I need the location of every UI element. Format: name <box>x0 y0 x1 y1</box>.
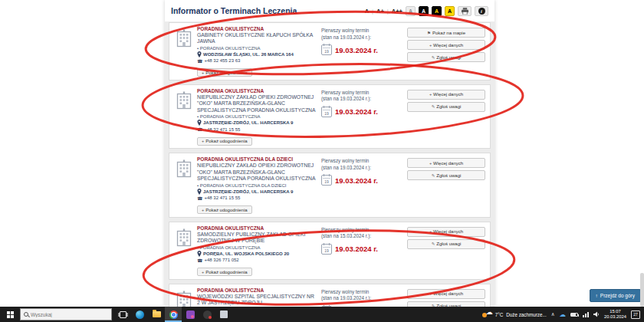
clinic-card: PORADNIA OKULISTYCZNA DLA DZIECI NIEPUBL… <box>169 153 491 217</box>
plus-icon: + <box>202 139 204 143</box>
termin-label: Pierwszy wolny termin <box>321 158 407 165</box>
show-facilities-button[interactable]: + Pokaż udogodnienia <box>197 68 252 77</box>
report-issues-button[interactable]: ✎Zgłoś uwagi <box>407 102 485 112</box>
address-row: WODZISŁAW ŚLĄSKI, UL. 26 MARCA 164 <box>197 51 318 58</box>
specialty-label: PORADNIA OKULISTYCZNA <box>197 225 318 231</box>
map-pin-icon <box>197 51 202 58</box>
contrast-black-white-button[interactable]: A <box>419 6 429 16</box>
show-facilities-button[interactable]: + Pokaż udogodnienia <box>197 205 252 214</box>
card-actions: +Więcej danych✎Zgłoś uwagi <box>407 225 485 277</box>
start-button[interactable] <box>0 307 20 322</box>
more-data-button[interactable]: +Więcej danych <box>407 158 485 168</box>
task-view-icon <box>120 311 127 318</box>
clock-date: 20.03.2024 <box>604 314 626 320</box>
battery-icon[interactable] <box>570 313 578 317</box>
contrast-black-yellow-button[interactable]: A <box>432 6 442 16</box>
action-label: Zgłoś uwagi <box>436 104 461 109</box>
chrome-icon <box>169 310 178 319</box>
show-facilities-button[interactable]: + Pokaż udogodnienia <box>197 137 252 146</box>
phone-text: +48 326 771 052 <box>204 258 238 262</box>
action-label: Pokaż na mapie <box>432 31 465 35</box>
edge-taskbar-button[interactable] <box>131 307 148 322</box>
arrow-up-icon: ↑ <box>596 293 598 298</box>
specialty-label: PORADNIA OKULISTYCZNA DLA DZIECI <box>197 156 318 162</box>
explorer-taskbar-button[interactable] <box>148 307 165 322</box>
facilities-label: Pokaż udogodnienia <box>205 139 247 143</box>
facilities-label: Pokaż udogodnienia <box>205 71 247 75</box>
gray-app-icon <box>220 310 228 318</box>
calendar-icon: 19 <box>321 44 332 55</box>
back-to-top-label: Przejdź do góry <box>600 293 635 298</box>
hospital-icon <box>174 26 197 77</box>
app-taskbar-button-2[interactable] <box>199 307 215 322</box>
font-size-normal-button[interactable]: A <box>365 8 369 15</box>
more-data-button[interactable]: +Więcej danych <box>407 40 485 50</box>
specialty-label: PORADNIA OKULISTYCZNA <box>197 288 318 293</box>
dark-app-icon <box>203 310 212 319</box>
printer-icon <box>461 8 469 15</box>
plus-icon: + <box>429 291 432 296</box>
plus-icon: + <box>202 71 204 75</box>
hospital-icon <box>174 156 197 214</box>
show-on-map-button[interactable]: ⚑Pokaż na mapie <box>407 28 485 38</box>
map-pin-icon <box>197 189 202 195</box>
more-data-button[interactable]: +Więcej danych <box>407 90 485 100</box>
available-date: 19.03.2024 r. <box>335 46 378 54</box>
action-center-button[interactable]: 27 <box>631 310 640 319</box>
facility-name: NIEPUBLICZNY ZAKŁAD OPIEKI ZDROWOTNEJ "O… <box>197 94 318 113</box>
font-size-larger-button[interactable]: A+ <box>372 8 384 15</box>
task-view-button[interactable] <box>114 307 131 322</box>
plus-icon: + <box>429 161 432 166</box>
report-issues-button[interactable]: ✎Zgłoś uwagi <box>407 239 485 249</box>
taskbar-weather-button[interactable]: 7°C Duże zachmurze... <box>482 310 547 318</box>
onedrive-icon[interactable]: ☁ <box>559 310 566 318</box>
report-issues-button[interactable]: ✎Zgłoś uwagi <box>407 52 485 62</box>
note-icon: ✎ <box>432 104 435 109</box>
info-icon: i <box>478 8 485 15</box>
back-to-top-button[interactable]: ↑ Przejdź do góry <box>590 289 641 302</box>
phone-text: +48 32 455 23 63 <box>204 58 240 63</box>
note-icon: ✎ <box>432 55 435 60</box>
report-issues-button[interactable]: ✎Zgłoś uwagi <box>407 301 485 307</box>
action-label: Więcej danych <box>433 161 463 166</box>
facility-name: GABINETY OKULISTYCZNE KŁAPUCH SPÓŁKA JAW… <box>197 32 318 45</box>
action-label: Więcej danych <box>433 43 463 48</box>
print-button[interactable] <box>458 6 472 16</box>
show-facilities-button[interactable]: + Pokaż udogodnienia <box>197 268 252 276</box>
chrome-taskbar-button[interactable] <box>165 307 182 322</box>
scrollbar[interactable] <box>640 0 644 307</box>
font-size-largest-button[interactable]: A++ <box>387 8 402 15</box>
scrollbar-thumb[interactable] <box>640 273 644 307</box>
volume-icon[interactable] <box>593 311 600 317</box>
page-header: Informator o Terminach Leczenia A A+ A++… <box>165 0 495 21</box>
map-pin-icon: ⚑ <box>427 31 431 35</box>
termin-as-of: (stan na 19.03.2024 r.): <box>321 165 407 172</box>
weather-icon <box>482 310 492 318</box>
specialty-sub-label: PORADNIA OKULISTYCZNA <box>197 114 318 119</box>
date-row: 19 19.03.2024 r. <box>321 175 407 186</box>
taskbar-search-input[interactable] <box>31 312 108 317</box>
phone-text: +48 32 471 15 55 <box>204 196 240 200</box>
termin-as-of: (stan na 19.03.2024 r.): <box>321 96 407 103</box>
action-label: Zgłoś uwagi <box>436 242 461 246</box>
chevron-up-icon[interactable]: ∧ <box>551 311 555 317</box>
report-issues-button[interactable]: ✎Zgłoś uwagi <box>407 170 485 180</box>
network-icon[interactable] <box>583 312 589 317</box>
info-button[interactable]: i <box>475 6 488 16</box>
contrast-default-button[interactable]: A <box>406 6 416 16</box>
specialty-sub-label: PORADNIA OKULISTYCZNA <box>197 245 318 250</box>
app-taskbar-button-1[interactable] <box>182 307 199 322</box>
contrast-yellow-black-button[interactable]: A <box>445 6 455 16</box>
termin-as-of: (stan na 19.03.2024 r.): <box>321 34 407 41</box>
hospital-icon <box>174 288 197 307</box>
app-taskbar-button-3[interactable] <box>215 307 232 322</box>
taskbar-clock[interactable]: 15:07 20.03.2024 <box>604 309 626 320</box>
plus-icon: + <box>202 270 204 274</box>
more-data-button[interactable]: +Więcej danych <box>407 227 485 237</box>
more-data-button[interactable]: +Więcej danych <box>407 289 485 299</box>
windows-taskbar: 7°C Duże zachmurze... ∧ ☁ 15:07 20.03.20… <box>0 307 644 322</box>
taskbar-search[interactable] <box>20 308 112 320</box>
weather-desc: Duże zachmurze... <box>506 312 547 317</box>
address-row: PORĘBA, UL. WOJSKA POLSKIEGO 20 <box>197 251 318 257</box>
address-text: JASTRZĘBIE-ZDRÓJ, UL. HARCERSKA 9 <box>203 120 293 125</box>
